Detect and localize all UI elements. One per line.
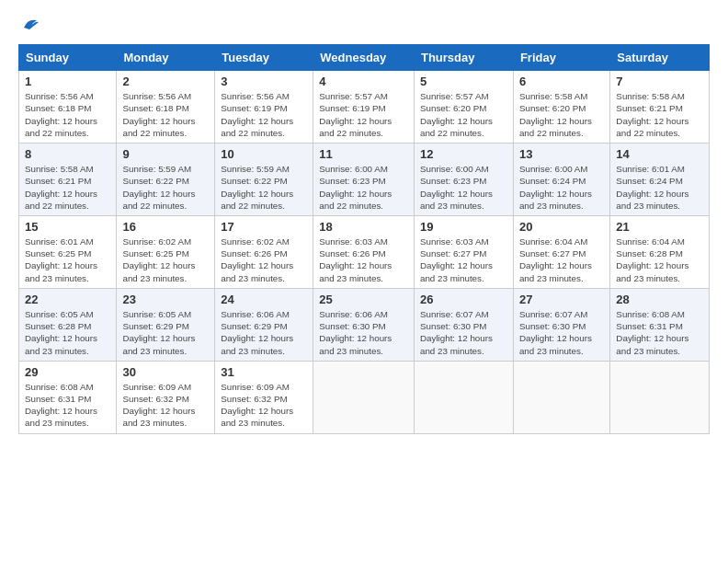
- day-info: Sunrise: 6:02 AM Sunset: 6:25 PM Dayligh…: [122, 236, 209, 284]
- day-number: 5: [420, 75, 507, 88]
- calendar-week-5: 29Sunrise: 6:08 AM Sunset: 6:31 PM Dayli…: [19, 361, 710, 433]
- day-number: 13: [519, 147, 604, 161]
- day-number: 21: [616, 220, 703, 234]
- calendar-cell: 6Sunrise: 5:58 AM Sunset: 6:20 PM Daylig…: [513, 71, 609, 144]
- day-number: 29: [25, 365, 110, 379]
- day-number: 10: [221, 147, 307, 161]
- day-number: 23: [122, 293, 209, 306]
- calendar-cell: 25Sunrise: 6:06 AM Sunset: 6:30 PM Dayli…: [313, 288, 415, 361]
- calendar-header-sunday: Sunday: [19, 45, 117, 71]
- calendar-cell: 23Sunrise: 6:05 AM Sunset: 6:29 PM Dayli…: [117, 288, 215, 361]
- calendar-week-1: 1Sunrise: 5:56 AM Sunset: 6:18 PM Daylig…: [19, 71, 710, 144]
- day-number: 4: [319, 75, 408, 88]
- day-info: Sunrise: 6:01 AM Sunset: 6:25 PM Dayligh…: [25, 236, 110, 284]
- calendar-header-row: SundayMondayTuesdayWednesdayThursdayFrid…: [19, 45, 710, 71]
- day-number: 14: [616, 147, 703, 161]
- calendar-cell: 30Sunrise: 6:09 AM Sunset: 6:32 PM Dayli…: [117, 361, 215, 433]
- calendar-cell: 24Sunrise: 6:06 AM Sunset: 6:29 PM Dayli…: [215, 288, 313, 361]
- day-info: Sunrise: 5:58 AM Sunset: 6:21 PM Dayligh…: [616, 90, 703, 139]
- day-info: Sunrise: 6:02 AM Sunset: 6:26 PM Dayligh…: [221, 236, 307, 284]
- day-info: Sunrise: 6:04 AM Sunset: 6:28 PM Dayligh…: [616, 236, 703, 284]
- calendar-header-monday: Monday: [117, 45, 215, 71]
- day-number: 1: [25, 75, 110, 88]
- day-number: 2: [122, 75, 209, 88]
- calendar-cell: 28Sunrise: 6:08 AM Sunset: 6:31 PM Dayli…: [610, 288, 710, 361]
- day-number: 30: [122, 365, 209, 379]
- calendar-cell: 29Sunrise: 6:08 AM Sunset: 6:31 PM Dayli…: [19, 361, 117, 433]
- calendar-header-thursday: Thursday: [414, 45, 513, 71]
- calendar-cell: 20Sunrise: 6:04 AM Sunset: 6:27 PM Dayli…: [513, 216, 609, 289]
- day-info: Sunrise: 5:58 AM Sunset: 6:20 PM Dayligh…: [519, 90, 604, 139]
- calendar-cell: 12Sunrise: 6:00 AM Sunset: 6:23 PM Dayli…: [414, 144, 513, 216]
- calendar-cell: 22Sunrise: 6:05 AM Sunset: 6:28 PM Dayli…: [19, 288, 117, 361]
- page: SundayMondayTuesdayWednesdayThursdayFrid…: [0, 0, 728, 563]
- logo-text-block: [18, 17, 40, 35]
- calendar-cell: 21Sunrise: 6:04 AM Sunset: 6:28 PM Dayli…: [610, 216, 710, 289]
- calendar-header-friday: Friday: [513, 45, 609, 71]
- calendar-cell: 2Sunrise: 5:56 AM Sunset: 6:18 PM Daylig…: [117, 71, 215, 144]
- day-info: Sunrise: 5:59 AM Sunset: 6:22 PM Dayligh…: [122, 163, 209, 212]
- calendar-header-tuesday: Tuesday: [215, 45, 313, 71]
- day-info: Sunrise: 6:08 AM Sunset: 6:31 PM Dayligh…: [25, 381, 110, 430]
- calendar-cell: 13Sunrise: 6:00 AM Sunset: 6:24 PM Dayli…: [513, 144, 609, 216]
- calendar-cell: 5Sunrise: 5:57 AM Sunset: 6:20 PM Daylig…: [414, 71, 513, 144]
- calendar-cell: [610, 361, 710, 433]
- calendar-cell: 10Sunrise: 5:59 AM Sunset: 6:22 PM Dayli…: [215, 144, 313, 216]
- calendar-cell: [414, 361, 513, 433]
- calendar-cell: 1Sunrise: 5:56 AM Sunset: 6:18 PM Daylig…: [19, 71, 117, 144]
- day-number: 17: [221, 220, 307, 234]
- calendar-cell: 17Sunrise: 6:02 AM Sunset: 6:26 PM Dayli…: [215, 216, 313, 289]
- day-info: Sunrise: 6:06 AM Sunset: 6:30 PM Dayligh…: [319, 308, 408, 357]
- day-number: 8: [25, 147, 110, 161]
- day-info: Sunrise: 6:01 AM Sunset: 6:24 PM Dayligh…: [616, 163, 703, 212]
- day-number: 16: [122, 220, 209, 234]
- calendar-cell: 16Sunrise: 6:02 AM Sunset: 6:25 PM Dayli…: [117, 216, 215, 289]
- day-info: Sunrise: 6:05 AM Sunset: 6:29 PM Dayligh…: [122, 308, 209, 357]
- calendar-week-3: 15Sunrise: 6:01 AM Sunset: 6:25 PM Dayli…: [19, 216, 710, 289]
- calendar-header-wednesday: Wednesday: [313, 45, 415, 71]
- day-number: 19: [420, 220, 507, 234]
- day-number: 26: [420, 293, 507, 306]
- day-number: 28: [616, 293, 703, 306]
- calendar-cell: 18Sunrise: 6:03 AM Sunset: 6:26 PM Dayli…: [313, 216, 415, 289]
- header: [18, 17, 710, 35]
- day-number: 25: [319, 293, 408, 306]
- day-info: Sunrise: 5:57 AM Sunset: 6:19 PM Dayligh…: [319, 90, 408, 139]
- calendar-cell: [513, 361, 609, 433]
- day-number: 15: [25, 220, 110, 234]
- day-number: 11: [319, 147, 408, 161]
- calendar-week-2: 8Sunrise: 5:58 AM Sunset: 6:21 PM Daylig…: [19, 144, 710, 216]
- day-number: 20: [519, 220, 604, 234]
- day-info: Sunrise: 6:00 AM Sunset: 6:24 PM Dayligh…: [519, 163, 604, 212]
- day-number: 7: [616, 75, 703, 88]
- calendar-week-4: 22Sunrise: 6:05 AM Sunset: 6:28 PM Dayli…: [19, 288, 710, 361]
- calendar-cell: 19Sunrise: 6:03 AM Sunset: 6:27 PM Dayli…: [414, 216, 513, 289]
- day-info: Sunrise: 6:08 AM Sunset: 6:31 PM Dayligh…: [616, 308, 703, 357]
- day-info: Sunrise: 5:59 AM Sunset: 6:22 PM Dayligh…: [221, 163, 307, 212]
- day-info: Sunrise: 6:07 AM Sunset: 6:30 PM Dayligh…: [519, 308, 604, 357]
- calendar-cell: 4Sunrise: 5:57 AM Sunset: 6:19 PM Daylig…: [313, 71, 415, 144]
- logo: [18, 17, 40, 35]
- day-number: 6: [519, 75, 604, 88]
- day-info: Sunrise: 5:56 AM Sunset: 6:18 PM Dayligh…: [122, 90, 209, 139]
- calendar-cell: 27Sunrise: 6:07 AM Sunset: 6:30 PM Dayli…: [513, 288, 609, 361]
- calendar-cell: 11Sunrise: 6:00 AM Sunset: 6:23 PM Dayli…: [313, 144, 415, 216]
- day-info: Sunrise: 6:04 AM Sunset: 6:27 PM Dayligh…: [519, 236, 604, 284]
- calendar-cell: 31Sunrise: 6:09 AM Sunset: 6:32 PM Dayli…: [215, 361, 313, 433]
- day-info: Sunrise: 6:07 AM Sunset: 6:30 PM Dayligh…: [420, 308, 507, 357]
- calendar-cell: 26Sunrise: 6:07 AM Sunset: 6:30 PM Dayli…: [414, 288, 513, 361]
- day-info: Sunrise: 6:03 AM Sunset: 6:27 PM Dayligh…: [420, 236, 507, 284]
- calendar-header-saturday: Saturday: [610, 45, 710, 71]
- day-number: 27: [519, 293, 604, 306]
- logo-bird-icon: [20, 15, 40, 35]
- day-info: Sunrise: 6:05 AM Sunset: 6:28 PM Dayligh…: [25, 308, 110, 357]
- day-info: Sunrise: 6:09 AM Sunset: 6:32 PM Dayligh…: [221, 381, 307, 430]
- calendar-table: SundayMondayTuesdayWednesdayThursdayFrid…: [18, 44, 710, 433]
- calendar-cell: 8Sunrise: 5:58 AM Sunset: 6:21 PM Daylig…: [19, 144, 117, 216]
- calendar-cell: 7Sunrise: 5:58 AM Sunset: 6:21 PM Daylig…: [610, 71, 710, 144]
- day-info: Sunrise: 6:00 AM Sunset: 6:23 PM Dayligh…: [420, 163, 507, 212]
- day-number: 22: [25, 293, 110, 306]
- day-info: Sunrise: 5:58 AM Sunset: 6:21 PM Dayligh…: [25, 163, 110, 212]
- day-info: Sunrise: 6:00 AM Sunset: 6:23 PM Dayligh…: [319, 163, 408, 212]
- day-number: 18: [319, 220, 408, 234]
